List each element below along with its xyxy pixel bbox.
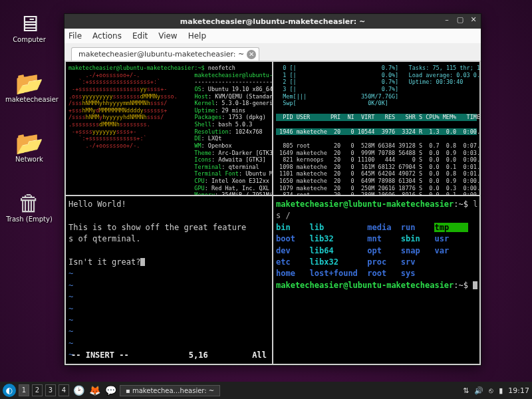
maximize-button[interactable]: ▢ (456, 15, 465, 25)
menu-file[interactable]: File (68, 31, 82, 41)
close-button[interactable]: ✕ (469, 15, 478, 25)
window-title: maketecheasier@lubuntu-maketecheasier: ~ (65, 17, 481, 26)
pane-htop[interactable]: 0 [| 0.7%] Tasks: 75, 115 thr; 1 running… (273, 62, 479, 195)
workspace-2[interactable]: 2 (32, 384, 43, 396)
pane-vim[interactable]: Hello World! This is to show off the gre… (66, 196, 272, 364)
app-firefox-icon[interactable]: 🦊 (88, 385, 101, 396)
pane-ls[interactable]: maketecheasier@lubuntu-maketecheasier:~$… (273, 196, 479, 364)
computer-icon: 🖥 (5, 12, 53, 35)
desktop-icon-label: maketecheasier (5, 96, 53, 103)
network-icon: 📂 (5, 132, 53, 154)
taskbar: ◐ 1 2 3 4 🕑 🦊 💬 ▪ maketechea…heasier: ~ … (0, 382, 532, 399)
tab-close-icon[interactable]: ✕ (247, 50, 256, 59)
tray-volume-icon[interactable]: 🔊 (474, 386, 483, 395)
menubar: File Actions Edit View Help (65, 29, 481, 43)
tray-battery-icon[interactable]: ▮ (499, 386, 503, 395)
trash-icon: 🗑 (5, 192, 53, 214)
tray-clock[interactable]: 19:17 (508, 386, 529, 395)
desktop-icon-label: Computer (5, 36, 53, 43)
terminal-tab[interactable]: maketecheasier@lubuntu-maketecheasier: ~… (71, 47, 259, 61)
launcher-button[interactable]: ◐ (3, 384, 16, 397)
minimize-button[interactable]: – (442, 15, 452, 25)
menu-actions[interactable]: Actions (92, 31, 122, 41)
desktop-icon-trash[interactable]: 🗑 Trash (Empty) (5, 192, 53, 223)
taskbar-window-label: ▪ maketechea…heasier: ~ (126, 387, 214, 394)
menu-edit[interactable]: Edit (132, 31, 148, 41)
menu-view[interactable]: View (158, 31, 177, 41)
taskbar-window-button[interactable]: ▪ maketechea…heasier: ~ (120, 385, 220, 396)
desktop-icon-network[interactable]: 📂 Network (5, 132, 53, 163)
app-chat-icon[interactable]: 💬 (104, 385, 117, 396)
terminal-window: maketecheasier@lubuntu-maketecheasier: ~… (64, 13, 481, 366)
desktop-icon-computer[interactable]: 🖥 Computer (5, 12, 53, 43)
tray-usb-icon[interactable]: ⇅ (463, 386, 469, 395)
menu-help[interactable]: Help (188, 31, 206, 41)
desktop-icon-label: Trash (Empty) (5, 215, 53, 223)
tab-label: maketecheasier@lubuntu-maketecheasier: ~ (78, 50, 244, 59)
folder-icon: 📂 (5, 72, 53, 94)
tray-network-icon[interactable]: ⎋ (489, 386, 493, 395)
window-titlebar[interactable]: maketecheasier@lubuntu-maketecheasier: ~… (65, 14, 481, 29)
pane-neofetch[interactable]: maketecheasier@lubuntu-maketecheasier:~$… (66, 62, 272, 195)
workspace-3[interactable]: 3 (45, 384, 56, 396)
workspace-4[interactable]: 4 (59, 384, 69, 396)
app-sensors-icon[interactable]: 🕑 (72, 385, 85, 396)
desktop-icon-folder[interactable]: 📂 maketecheasier (5, 72, 53, 103)
system-tray: ⇅ 🔊 ⎋ ▮ 19:17 (463, 386, 529, 395)
desktop-icon-label: Network (5, 156, 53, 163)
split-panes: maketecheasier@lubuntu-maketecheasier:~$… (65, 61, 481, 365)
tabbar: maketecheasier@lubuntu-maketecheasier: ~… (65, 43, 481, 61)
workspace-1[interactable]: 1 (19, 384, 29, 396)
